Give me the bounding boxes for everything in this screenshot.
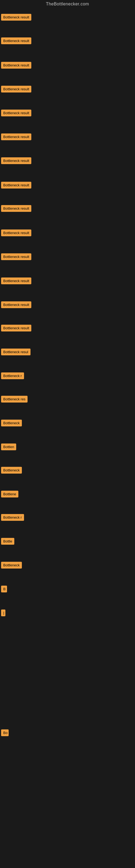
bottleneck-badge[interactable]: Bottleneck result (1, 62, 31, 69)
bottleneck-badge[interactable]: Bottleneck result (1, 278, 31, 284)
bottleneck-item: Bottleneck (1, 420, 22, 428)
bottleneck-badge[interactable]: Bottleneck result (1, 301, 31, 308)
bottleneck-item: Bottleneck result (1, 182, 31, 190)
bottleneck-item: Bottleneck result (1, 205, 31, 213)
bottleneck-badge[interactable]: Bottlene (1, 491, 18, 497)
bottleneck-badge[interactable]: Bottleneck result (1, 253, 31, 260)
bottleneck-item: Bottleneck result (1, 301, 31, 309)
bottleneck-badge[interactable]: Bottleneck (1, 467, 22, 474)
site-title: TheBottlenecker.com (46, 0, 89, 8)
bottleneck-item: Bottleneck result (1, 110, 31, 118)
bottleneck-item: Bottleneck (1, 467, 22, 475)
bottleneck-item: Bottleneck result (1, 62, 31, 70)
bottleneck-item: Bottleneck resul (1, 348, 31, 356)
bottleneck-item: Bottleneck result (1, 278, 31, 285)
bottleneck-badge[interactable]: Bo (1, 730, 9, 736)
bottleneck-badge[interactable]: Bottleneck result (1, 14, 31, 21)
bottleneck-badge[interactable]: Bottleneck result (1, 229, 31, 236)
bottleneck-badge[interactable]: Bottleneck res (1, 396, 28, 403)
bottleneck-item: | (1, 610, 5, 617)
bottleneck-item: Bottleneck result (1, 37, 31, 45)
bottleneck-item: Bottleneck res (1, 396, 28, 404)
bottleneck-item: Bottleneck result (1, 86, 31, 94)
bottleneck-badge[interactable]: Bottle (1, 538, 14, 545)
bottleneck-item: Bottleneck r (1, 372, 24, 380)
site-header: TheBottlenecker.com (0, 0, 135, 8)
bottleneck-badge[interactable]: Bottlen (1, 443, 16, 450)
bottleneck-badge[interactable]: B (1, 586, 7, 592)
bottleneck-item: Bottle (1, 538, 14, 546)
bottleneck-badge[interactable]: Bottleneck (1, 562, 22, 568)
bottleneck-badge[interactable]: | (1, 610, 5, 616)
bottleneck-badge[interactable]: Bottleneck (1, 420, 22, 426)
bottleneck-badge[interactable]: Bottleneck result (1, 157, 31, 164)
bottleneck-badge[interactable]: Bottleneck result (1, 182, 31, 188)
bottleneck-item: Bottlen (1, 443, 16, 452)
bottleneck-item: B (1, 586, 7, 593)
bottleneck-badge[interactable]: Bottleneck r (1, 372, 24, 379)
bottleneck-item: Bottleneck result (1, 14, 31, 22)
bottleneck-badge[interactable]: Bottleneck r (1, 514, 24, 521)
bottleneck-item: Bottleneck result (1, 229, 31, 237)
bottleneck-badge[interactable]: Bottleneck result (1, 37, 31, 44)
bottleneck-item: Bottleneck result (1, 133, 31, 141)
bottleneck-badge[interactable]: Bottleneck resul (1, 348, 31, 355)
bottleneck-item: Bottleneck (1, 562, 22, 569)
bottleneck-item: Bottleneck r (1, 514, 24, 522)
bottleneck-badge[interactable]: Bottleneck result (1, 325, 31, 332)
bottleneck-item: Bottleneck result (1, 325, 31, 333)
bottleneck-item: Bottleneck result (1, 157, 31, 165)
bottleneck-badge[interactable]: Bottleneck result (1, 205, 31, 212)
bottleneck-item: Bottlene (1, 491, 18, 499)
bottleneck-badge[interactable]: Bottleneck result (1, 86, 31, 93)
bottleneck-badge[interactable]: Bottleneck result (1, 133, 31, 140)
bottleneck-badge[interactable]: Bottleneck result (1, 110, 31, 116)
bottleneck-item: Bottleneck result (1, 253, 31, 261)
bottleneck-item: Bo (1, 730, 9, 737)
bottleneck-list: Bottleneck resultBottleneck resultBottle… (0, 8, 135, 868)
